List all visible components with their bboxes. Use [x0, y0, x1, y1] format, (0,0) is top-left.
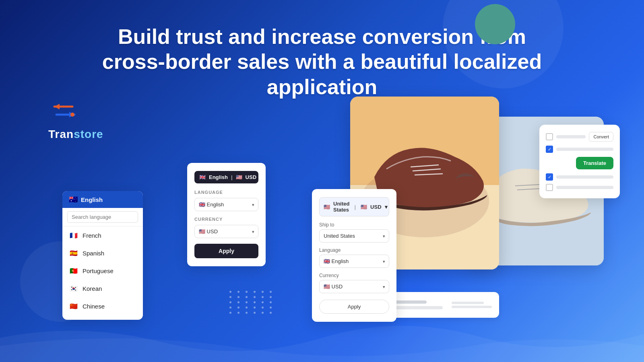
checkbox-checked-1[interactable]: ✓ [546, 146, 553, 153]
language-field-label: Language [319, 247, 389, 253]
list-item[interactable]: 🇪🇸 Spanish [62, 244, 143, 262]
header-currency-label: USD [246, 174, 256, 180]
currency-select-wrapper: 🇺🇸 USD EUR GBP ▾ [194, 225, 258, 238]
flag-icon-spanish: 🇪🇸 [69, 248, 78, 258]
us-flag-icon: 🇺🇸 [324, 204, 330, 210]
ship-language-select[interactable]: 🇬🇧 English 🇫🇷 French [319, 255, 389, 268]
header-currency-flag: 🇺🇸 [236, 174, 242, 180]
currency-section-label: CURRENCY [194, 217, 258, 222]
ship-currency-chevron-icon: ▾ [383, 284, 385, 289]
switcher-header-bar: 🇬🇧 English | 🇺🇸 USD ▾ [194, 171, 258, 183]
lang-name-portuguese: Portuguese [83, 267, 114, 274]
currency-field-label: Currency [319, 273, 389, 278]
language-list-panel: 🇦🇺 English 🇫🇷 French 🇪🇸 Spanish 🇵🇹 Portu… [62, 191, 143, 320]
selected-flag-icon: 🇦🇺 [69, 195, 78, 204]
profile-right [452, 302, 492, 308]
ship-apply-button[interactable]: Apply [319, 300, 389, 314]
lang-name-korean: Korean [83, 285, 102, 292]
action-panel: Convert ✓ Translate ✓ [539, 125, 620, 198]
checkbox-unchecked-1[interactable] [546, 133, 553, 140]
currency-flag-icon: 🇺🇸 [361, 204, 367, 210]
logo-text: Transtore [48, 128, 103, 141]
header-flag-english: 🇬🇧 [199, 174, 206, 180]
language-select-wrapper: 🇬🇧 English 🇫🇷 French 🇨🇳 Chinese ▾ [194, 198, 258, 211]
meta-line-2 [452, 306, 492, 308]
placeholder-line-2 [556, 148, 613, 151]
lang-name-chinese: Chinese [83, 303, 105, 310]
ship-to-panel: 🇺🇸 United States | 🇺🇸 USD ▾ Ship to Unit… [312, 189, 396, 322]
apply-button[interactable]: Apply [194, 244, 258, 258]
ship-to-country-select-wrapper: United States United Kingdom France ▾ [319, 229, 389, 243]
language-selected-button[interactable]: 🇦🇺 English [62, 191, 143, 208]
currency-select[interactable]: 🇺🇸 USD EUR GBP [194, 225, 258, 238]
flag-icon-french: 🇫🇷 [69, 230, 78, 240]
svg-marker-1 [54, 104, 60, 109]
logo-area: Transtore [48, 101, 103, 141]
ship-currency-select-wrapper: 🇺🇸 USD EUR ▾ [319, 280, 389, 293]
placeholder-line-4 [556, 186, 613, 189]
chevron-down-icon: ▾ [260, 174, 262, 180]
language-section-label: LANGUAGE [194, 190, 258, 195]
separator: | [354, 204, 356, 210]
language-search-input[interactable] [67, 211, 138, 223]
list-item[interactable]: 🇵🇹 Portuguese [62, 262, 143, 280]
list-item[interactable]: 🇨🇳 Chinese [62, 297, 143, 315]
placeholder-line-3 [556, 175, 613, 179]
language-search-container [62, 208, 143, 226]
checkbox-unchecked-2[interactable] [546, 184, 553, 191]
placeholder-line-1 [556, 135, 586, 138]
currency-chevron-icon: ▾ [252, 229, 254, 234]
flag-icon-portuguese: 🇵🇹 [69, 266, 78, 276]
ship-lang-chevron-icon: ▾ [383, 259, 385, 264]
ship-currency-select[interactable]: 🇺🇸 USD EUR [319, 280, 389, 293]
checkbox-checked-2[interactable]: ✓ [546, 173, 553, 181]
teal-circle-decoration [475, 4, 515, 44]
dropdown-chevron-icon: ▾ [385, 204, 388, 210]
ship-to-country-select[interactable]: United States United Kingdom France [319, 229, 389, 243]
translate-button[interactable]: Translate [576, 157, 613, 169]
language-chevron-icon: ▾ [252, 202, 254, 207]
flag-icon-chinese: 🇨🇳 [69, 301, 78, 311]
ship-to-field-label: Ship to [319, 222, 389, 228]
meta-line-1 [452, 302, 484, 304]
ship-to-header: 🇺🇸 United States | 🇺🇸 USD ▾ [319, 197, 389, 216]
logo-icon [48, 101, 80, 125]
ship-to-currency-label: USD [370, 204, 381, 210]
language-currency-panel: 🇬🇧 English | 🇺🇸 USD ▾ LANGUAGE 🇬🇧 Englis… [187, 163, 266, 266]
selected-language-label: English [81, 196, 103, 203]
lang-name-french: French [83, 232, 101, 239]
hero-title: Build trust and increase conversion from… [101, 24, 543, 99]
lang-name-spanish: Spanish [83, 250, 104, 257]
dot-grid-decoration [229, 291, 275, 314]
flag-icon-korean: 🇰🇷 [69, 284, 78, 293]
header-separator: | [231, 174, 233, 180]
ship-language-select-wrapper: 🇬🇧 English 🇫🇷 French ▾ [319, 255, 389, 268]
list-item[interactable]: 🇫🇷 French [62, 226, 143, 244]
language-select[interactable]: 🇬🇧 English 🇫🇷 French 🇨🇳 Chinese [194, 198, 258, 211]
ship-to-country-label: United States [333, 201, 349, 213]
header-lang-label: English [209, 174, 228, 180]
ship-to-chevron-icon: ▾ [383, 233, 385, 239]
list-item[interactable]: 🇰🇷 Korean [62, 280, 143, 297]
svg-point-4 [70, 113, 74, 117]
convert-button[interactable]: Convert [589, 132, 613, 142]
